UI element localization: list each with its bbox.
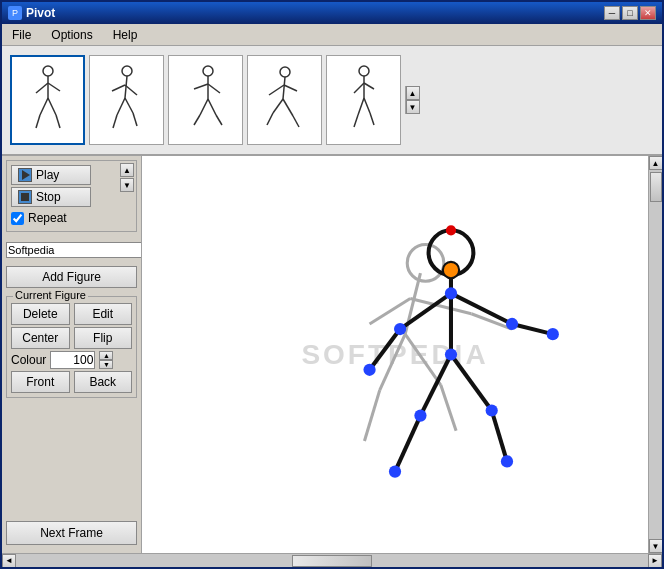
svg-line-12: [117, 98, 125, 115]
svg-line-15: [133, 113, 137, 126]
play-icon: [18, 168, 32, 182]
maximize-button[interactable]: □: [622, 6, 638, 20]
flip-button[interactable]: Flip: [74, 327, 133, 349]
scroll-down-button[interactable]: ▼: [649, 539, 663, 553]
svg-point-24: [280, 67, 290, 77]
svg-line-42: [370, 299, 411, 324]
svg-line-34: [354, 83, 364, 93]
svg-line-29: [283, 99, 293, 116]
add-figure-button[interactable]: Add Figure: [6, 266, 137, 288]
scrollbar-thumb[interactable]: [650, 172, 662, 202]
svg-line-59: [451, 355, 492, 411]
scroll-up-button[interactable]: ▲: [649, 156, 663, 170]
svg-line-38: [354, 115, 358, 127]
menu-file[interactable]: File: [6, 26, 37, 44]
menu-options[interactable]: Options: [45, 26, 98, 44]
colour-down-btn[interactable]: ▼: [99, 360, 113, 369]
frame-thumb-1[interactable]: [10, 55, 85, 145]
stop-icon: [18, 190, 32, 204]
svg-line-2: [36, 83, 48, 93]
svg-point-68: [389, 465, 401, 477]
close-button[interactable]: ✕: [640, 6, 656, 20]
current-figure-group: Current Figure Delete Edit Center Flip C…: [6, 296, 137, 398]
minimize-button[interactable]: ─: [604, 6, 620, 20]
svg-point-41: [407, 245, 444, 282]
playback-scroll: ▲ ▼: [120, 163, 134, 192]
scroll-down-btn[interactable]: ▼: [120, 178, 134, 192]
title-bar-left: P Pivot: [8, 6, 55, 20]
stop-square: [21, 193, 29, 201]
frame-svg-3: [176, 63, 236, 138]
frames-scrollbar: ▲ ▼: [405, 86, 419, 114]
svg-point-51: [446, 225, 456, 235]
edit-button[interactable]: Edit: [74, 303, 133, 325]
main-area: ▲ ▼ Play Stop: [2, 156, 662, 553]
svg-point-63: [506, 318, 518, 330]
svg-line-31: [293, 116, 299, 127]
colour-input[interactable]: [50, 351, 95, 369]
play-label: Play: [36, 168, 59, 182]
menu-bar: File Options Help: [2, 24, 662, 46]
colour-label: Colour: [11, 353, 46, 367]
svg-line-18: [194, 84, 208, 89]
stop-button[interactable]: Stop: [11, 187, 91, 207]
repeat-checkbox[interactable]: [11, 212, 24, 225]
svg-point-67: [414, 409, 426, 421]
right-scrollbar: ▲ ▼: [648, 156, 662, 553]
repeat-label: Repeat: [28, 211, 67, 225]
svg-line-54: [370, 329, 401, 370]
scroll-up-btn[interactable]: ▲: [120, 163, 134, 177]
frames-scroll-down[interactable]: ▼: [406, 100, 420, 114]
main-canvas-svg[interactable]: [142, 156, 648, 553]
next-frame-area: Next Frame: [6, 517, 137, 549]
frame-thumb-3[interactable]: [168, 55, 243, 145]
svg-line-5: [48, 98, 56, 115]
svg-line-3: [48, 83, 60, 91]
colour-up-btn[interactable]: ▲: [99, 351, 113, 360]
colour-row: Colour ▲ ▼: [11, 351, 132, 369]
playback-group: ▲ ▼ Play Stop: [6, 160, 137, 232]
svg-point-0: [43, 66, 53, 76]
stop-label: Stop: [36, 190, 61, 204]
title-bar: P Pivot ─ □ ✕: [2, 2, 662, 24]
svg-line-39: [370, 113, 374, 125]
svg-point-69: [486, 404, 498, 416]
frame-thumb-2[interactable]: [89, 55, 164, 145]
svg-line-27: [284, 85, 297, 91]
svg-line-19: [208, 84, 220, 93]
main-window: P Pivot ─ □ ✕ File Options Help: [0, 0, 664, 569]
h-scroll-right-btn[interactable]: ►: [648, 554, 662, 568]
colour-spinners: ▲ ▼: [99, 351, 113, 369]
svg-point-65: [445, 287, 457, 299]
canvas-area[interactable]: SOFTPEDIA: [142, 156, 648, 553]
content-area: ▲ ▼ ▲ ▼ Play: [2, 46, 662, 567]
svg-line-30: [267, 113, 273, 125]
h-scroll-left-btn[interactable]: ◄: [2, 554, 16, 568]
title-buttons: ─ □ ✕: [604, 6, 656, 20]
svg-point-61: [394, 323, 406, 335]
front-button[interactable]: Front: [11, 371, 70, 393]
svg-line-26: [269, 85, 284, 95]
svg-point-62: [363, 364, 375, 376]
svg-line-46: [405, 334, 441, 385]
h-scroll-track[interactable]: [16, 554, 648, 568]
frame-svg-2: [97, 63, 157, 138]
frame-thumb-5[interactable]: [326, 55, 401, 145]
frame-thumb-4[interactable]: [247, 55, 322, 145]
back-button[interactable]: Back: [74, 371, 133, 393]
delete-button[interactable]: Delete: [11, 303, 70, 325]
play-triangle: [22, 170, 30, 180]
svg-point-70: [501, 455, 513, 467]
svg-line-10: [112, 85, 125, 91]
h-scroll-thumb[interactable]: [292, 555, 372, 567]
svg-line-4: [40, 98, 48, 115]
svg-point-16: [203, 66, 213, 76]
scrollbar-track[interactable]: [649, 170, 663, 539]
menu-help[interactable]: Help: [107, 26, 144, 44]
figure-dropdown[interactable]: [6, 242, 142, 258]
play-button[interactable]: Play: [11, 165, 91, 185]
center-button[interactable]: Center: [11, 327, 70, 349]
frames-scroll-up[interactable]: ▲: [406, 86, 420, 100]
next-frame-button[interactable]: Next Frame: [6, 521, 137, 545]
svg-line-48: [441, 385, 456, 431]
